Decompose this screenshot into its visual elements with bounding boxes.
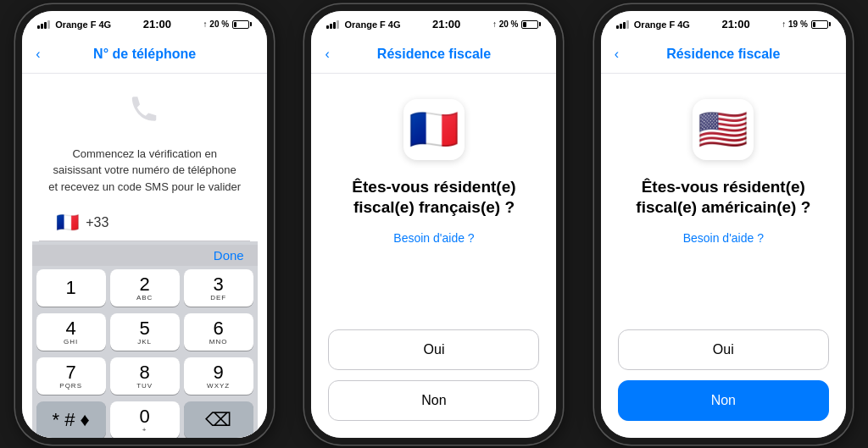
- nav-bar: ‹Résidence fiscale: [311, 36, 556, 74]
- wifi-icon: ↑ 20 %: [492, 19, 519, 29]
- key-sub-label: MNO: [209, 338, 228, 346]
- phone-input-row[interactable]: 🇫🇷+33: [39, 212, 250, 241]
- key-sub-label: +: [142, 426, 147, 434]
- key-sub-label: DEF: [210, 294, 226, 301]
- key-main-label: 4: [66, 319, 76, 338]
- key-main-label: 0: [140, 407, 150, 426]
- nav-title: Résidence fiscale: [377, 47, 491, 62]
- key-main-label: 9: [214, 363, 224, 382]
- status-bar: Orange F 4G21:00↑ 20 %: [311, 11, 556, 36]
- phone-icon-area: [121, 74, 168, 146]
- country-flag-box: 🇫🇷: [403, 99, 465, 160]
- carrier-info: Orange F 4G: [37, 19, 111, 30]
- carrier-label: Orange F 4G: [344, 19, 400, 30]
- phone-prefix: +33: [86, 215, 108, 230]
- nav-bar: ‹Résidence fiscale: [601, 36, 846, 74]
- time-display: 21:00: [143, 18, 171, 30]
- phone-phone2: Orange F 4G21:00↑ 20 % ‹Résidence fiscal…: [304, 4, 563, 445]
- wifi-icon: ↑ 20 %: [203, 19, 230, 29]
- carrier-label: Orange F 4G: [634, 19, 690, 30]
- oui-button[interactable]: Oui: [618, 329, 829, 370]
- signal-bars: [326, 20, 339, 29]
- nav-title: Résidence fiscale: [666, 47, 780, 62]
- keyboard-row-0: 12ABC3DEF: [32, 266, 258, 310]
- key-main-label: 6: [214, 319, 224, 338]
- key-sub-label: TUV: [136, 382, 153, 390]
- keyboard: Done12ABC3DEF4GHI5JKL6MNO7PQRS8TUV9WXYZ*…: [32, 241, 258, 445]
- key-sub-label: ABC: [136, 294, 153, 301]
- key-main-label: 3: [214, 275, 224, 294]
- phone-number-screen: Commencez la vérification en saisissant …: [22, 74, 267, 445]
- help-link[interactable]: Besoin d'aide ?: [393, 231, 474, 245]
- status-right-icons: ↑ 20 %: [203, 19, 253, 29]
- back-button[interactable]: ‹: [325, 47, 329, 62]
- battery-indicator: [232, 20, 252, 29]
- answer-buttons: OuiNon: [328, 329, 539, 421]
- status-right-icons: ↑ 19 %: [782, 19, 831, 29]
- done-button[interactable]: Done: [209, 246, 249, 264]
- battery-indicator: [521, 20, 541, 29]
- back-button[interactable]: ‹: [615, 47, 619, 62]
- key-3-2[interactable]: ⌫: [184, 401, 253, 439]
- fiscal-residence-screen: 🇺🇸Êtes-vous résident(e) fiscal(e) améric…: [601, 74, 846, 438]
- nav-title: N° de téléphone: [93, 47, 196, 62]
- key-2-1[interactable]: 8TUV: [110, 357, 180, 395]
- key-0-2[interactable]: 3DEF: [184, 269, 253, 307]
- fiscal-residence-screen: 🇫🇷Êtes-vous résident(e) fiscal(e) frança…: [311, 74, 556, 438]
- key-main-label: 8: [140, 363, 150, 382]
- keyboard-row-1: 4GHI5JKL6MNO: [32, 310, 258, 354]
- phone-phone3: Orange F 4G21:00↑ 19 % ‹Résidence fiscal…: [594, 4, 853, 445]
- nav-bar: ‹N° de téléphone: [22, 36, 267, 74]
- oui-button[interactable]: Oui: [328, 329, 539, 370]
- status-bar: Orange F 4G21:00↑ 20 %: [22, 11, 267, 36]
- phone-description: Commencez la vérification en saisissant …: [22, 146, 267, 196]
- key-0-0[interactable]: 1: [36, 269, 106, 307]
- time-display: 21:00: [432, 18, 460, 30]
- non-button[interactable]: Non: [618, 380, 829, 421]
- non-button[interactable]: Non: [328, 380, 539, 421]
- keyboard-done-row: Done: [32, 245, 258, 266]
- key-main-label: ⌫: [205, 411, 231, 429]
- signal-bars: [37, 20, 50, 29]
- key-sub-label: GHI: [64, 338, 78, 346]
- fiscal-question: Êtes-vous résident(e) fiscal(e) français…: [328, 177, 539, 218]
- carrier-label: Orange F 4G: [55, 19, 111, 30]
- signal-bars: [616, 20, 629, 29]
- phone-wrapper-phone2: Orange F 4G21:00↑ 20 % ‹Résidence fiscal…: [289, 0, 578, 448]
- key-main-label: 5: [140, 319, 150, 338]
- fiscal-question: Êtes-vous résident(e) fiscal(e) américai…: [618, 177, 829, 218]
- back-button[interactable]: ‹: [36, 47, 40, 62]
- status-bar: Orange F 4G21:00↑ 19 %: [601, 11, 846, 36]
- key-1-0[interactable]: 4GHI: [36, 313, 106, 351]
- key-2-0[interactable]: 7PQRS: [36, 357, 106, 395]
- key-sub-label: WXYZ: [207, 382, 230, 390]
- answer-buttons: OuiNon: [618, 329, 829, 421]
- key-main-label: * # ♦: [53, 411, 90, 429]
- wifi-icon: ↑ 19 %: [782, 19, 808, 29]
- key-3-1[interactable]: 0+: [110, 401, 180, 439]
- key-3-0[interactable]: * # ♦: [36, 401, 106, 439]
- phones-container: Orange F 4G21:00↑ 20 % ‹N° de téléphone …: [0, 0, 868, 448]
- keyboard-row-2: 7PQRS8TUV9WXYZ: [32, 354, 258, 398]
- status-right-icons: ↑ 20 %: [492, 19, 542, 29]
- key-1-1[interactable]: 5JKL: [110, 313, 180, 351]
- key-1-2[interactable]: 6MNO: [184, 313, 253, 351]
- carrier-info: Orange F 4G: [326, 19, 400, 30]
- key-sub-label: JKL: [137, 338, 152, 346]
- key-0-1[interactable]: 2ABC: [110, 269, 180, 307]
- country-flag: 🇫🇷: [56, 212, 79, 234]
- time-display: 21:00: [721, 18, 749, 30]
- phone-phone1: Orange F 4G21:00↑ 20 % ‹N° de téléphone …: [15, 4, 274, 445]
- key-main-label: 1: [66, 279, 76, 297]
- key-main-label: 7: [66, 363, 76, 382]
- phone-wrapper-phone1: Orange F 4G21:00↑ 20 % ‹N° de téléphone …: [0, 0, 289, 448]
- keyboard-row-3: * # ♦0+⌫: [32, 398, 258, 442]
- country-flag-box: 🇺🇸: [693, 99, 754, 160]
- carrier-info: Orange F 4G: [616, 19, 690, 30]
- help-link[interactable]: Besoin d'aide ?: [683, 231, 764, 245]
- phone-icon: [121, 91, 168, 137]
- phone-wrapper-phone3: Orange F 4G21:00↑ 19 % ‹Résidence fiscal…: [579, 0, 868, 448]
- key-main-label: 2: [140, 275, 150, 294]
- battery-indicator: [811, 20, 831, 29]
- key-2-2[interactable]: 9WXYZ: [184, 357, 253, 395]
